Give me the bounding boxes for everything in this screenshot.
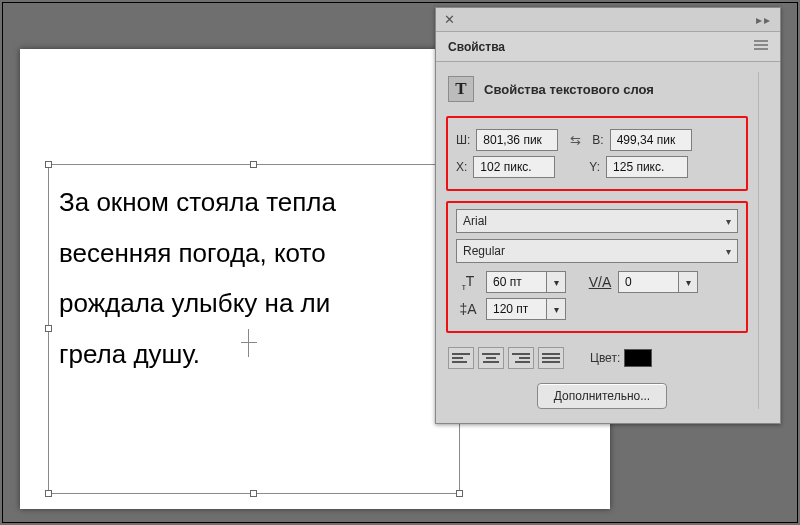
handle-top-left[interactable] bbox=[45, 161, 52, 168]
x-input[interactable] bbox=[473, 156, 555, 178]
section-title: Свойства текстового слоя bbox=[484, 82, 654, 97]
handle-top-middle[interactable] bbox=[250, 161, 257, 168]
chevron-down-icon: ▾ bbox=[726, 216, 731, 227]
sample-text[interactable]: За окном стояла тепла весенняя погода, к… bbox=[49, 165, 459, 380]
handle-bottom-middle[interactable] bbox=[250, 490, 257, 497]
handle-bottom-right[interactable] bbox=[456, 490, 463, 497]
handle-bottom-left[interactable] bbox=[45, 490, 52, 497]
tracking-input[interactable]: ▾ bbox=[618, 271, 698, 293]
panel-titlebar[interactable]: ✕ ▸▸ bbox=[436, 8, 780, 32]
font-style-select[interactable]: Regular ▾ bbox=[456, 239, 738, 263]
height-input[interactable] bbox=[610, 129, 692, 151]
color-swatch[interactable] bbox=[624, 349, 652, 367]
height-label: В: bbox=[592, 133, 603, 147]
color-label: Цвет: bbox=[590, 351, 620, 365]
type-layer-icon: T bbox=[448, 76, 474, 102]
properties-panel: ✕ ▸▸ Свойства T Свойства текстового слоя… bbox=[435, 7, 781, 424]
collapse-icon[interactable]: ▸▸ bbox=[756, 13, 772, 27]
font-size-input[interactable]: ▾ bbox=[486, 271, 566, 293]
y-input[interactable] bbox=[606, 156, 688, 178]
y-label: Y: bbox=[589, 160, 600, 174]
font-family-value: Arial bbox=[463, 214, 487, 228]
width-label: Ш: bbox=[456, 133, 470, 147]
font-size-icon: тT bbox=[456, 273, 480, 292]
leading-icon: ‡A bbox=[456, 301, 480, 317]
character-highlight: Arial ▾ Regular ▾ тT ▾ V/A bbox=[446, 201, 748, 333]
align-justify-button[interactable] bbox=[538, 347, 564, 369]
panel-scrollbar[interactable] bbox=[758, 72, 780, 409]
width-input[interactable] bbox=[476, 129, 558, 151]
panel-menu-icon[interactable] bbox=[754, 38, 768, 55]
handle-middle-left[interactable] bbox=[45, 325, 52, 332]
transform-highlight: Ш: ⇆ В: X: Y: bbox=[446, 116, 748, 191]
close-icon[interactable]: ✕ bbox=[444, 12, 455, 27]
tab-properties[interactable]: Свойства bbox=[448, 40, 505, 54]
align-right-button[interactable] bbox=[508, 347, 534, 369]
link-wh-icon[interactable]: ⇆ bbox=[564, 131, 586, 149]
tracking-icon: V/A bbox=[588, 274, 612, 290]
text-bounding-box[interactable]: За окном стояла тепла весенняя погода, к… bbox=[48, 164, 460, 494]
chevron-down-icon: ▾ bbox=[726, 246, 731, 257]
font-style-value: Regular bbox=[463, 244, 505, 258]
chevron-down-icon[interactable]: ▾ bbox=[546, 271, 566, 293]
leading-input[interactable]: ▾ bbox=[486, 298, 566, 320]
advanced-button[interactable]: Дополнительно... bbox=[537, 383, 667, 409]
x-label: X: bbox=[456, 160, 467, 174]
align-center-button[interactable] bbox=[478, 347, 504, 369]
align-left-button[interactable] bbox=[448, 347, 474, 369]
chevron-down-icon[interactable]: ▾ bbox=[546, 298, 566, 320]
font-family-select[interactable]: Arial ▾ bbox=[456, 209, 738, 233]
chevron-down-icon[interactable]: ▾ bbox=[678, 271, 698, 293]
